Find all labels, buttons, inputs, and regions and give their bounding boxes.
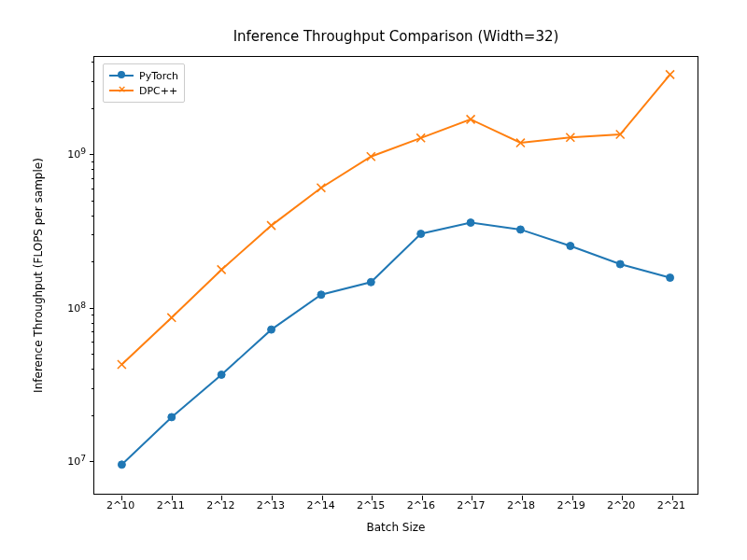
data-point — [118, 461, 125, 469]
y-tick-label: 107 — [67, 453, 86, 469]
legend-label-dpc: DPC++ — [139, 85, 177, 97]
x-tick-label: 2^14 — [306, 499, 334, 511]
axes — [93, 56, 698, 495]
chart-title: Inference Throughput Comparison (Width=3… — [93, 28, 698, 45]
x-tick-label: 2^20 — [607, 499, 635, 511]
legend: PyTorch × DPC++ — [103, 63, 185, 103]
data-point — [168, 413, 176, 421]
x-tick-label: 2^11 — [157, 499, 185, 511]
x-marker-icon: × — [118, 86, 125, 93]
data-point — [467, 115, 475, 123]
data-point — [416, 133, 425, 142]
x-tick-label: 2^10 — [106, 499, 134, 511]
data-point — [218, 265, 226, 273]
plot-svg — [94, 57, 698, 494]
legend-entry-dpc: × DPC++ — [109, 83, 178, 98]
legend-entry-pytorch: PyTorch — [109, 68, 178, 83]
data-point — [367, 152, 375, 161]
x-tick-label: 2^17 — [457, 499, 485, 511]
data-point — [417, 231, 425, 238]
x-tick-label: 2^18 — [507, 499, 535, 511]
series-line-dpc — [121, 75, 669, 365]
data-point — [268, 326, 275, 333]
data-point — [218, 371, 225, 378]
x-tick-label: 2^16 — [407, 499, 435, 511]
x-tick-label: 2^13 — [257, 499, 285, 511]
x-tick-label: 2^15 — [357, 499, 385, 511]
data-point — [666, 70, 674, 78]
y-axis-label: Inference Throughput (FLOPS per sample) — [32, 56, 50, 495]
data-point — [367, 278, 374, 286]
data-point — [267, 221, 275, 230]
x-tick-label: 2^12 — [206, 499, 234, 511]
legend-label-pytorch: PyTorch — [139, 70, 178, 82]
data-point — [167, 314, 176, 322]
y-tick-label: 108 — [67, 300, 86, 315]
data-point — [467, 219, 474, 227]
data-point — [516, 226, 524, 233]
y-tick-label: 109 — [67, 146, 86, 161]
data-point — [616, 260, 624, 268]
figure: Inference Throughput Comparison (Width=3… — [0, 0, 747, 560]
data-point — [317, 184, 325, 192]
series-line-pytorch — [121, 223, 669, 465]
x-axis-label: Batch Size — [93, 521, 698, 534]
x-tick-label: 2^19 — [557, 499, 585, 511]
data-point — [317, 291, 325, 299]
x-tick-label: 2^21 — [657, 499, 685, 511]
data-point — [567, 243, 574, 250]
data-point — [118, 360, 126, 369]
data-point — [667, 274, 674, 282]
circle-marker-icon — [118, 71, 125, 78]
